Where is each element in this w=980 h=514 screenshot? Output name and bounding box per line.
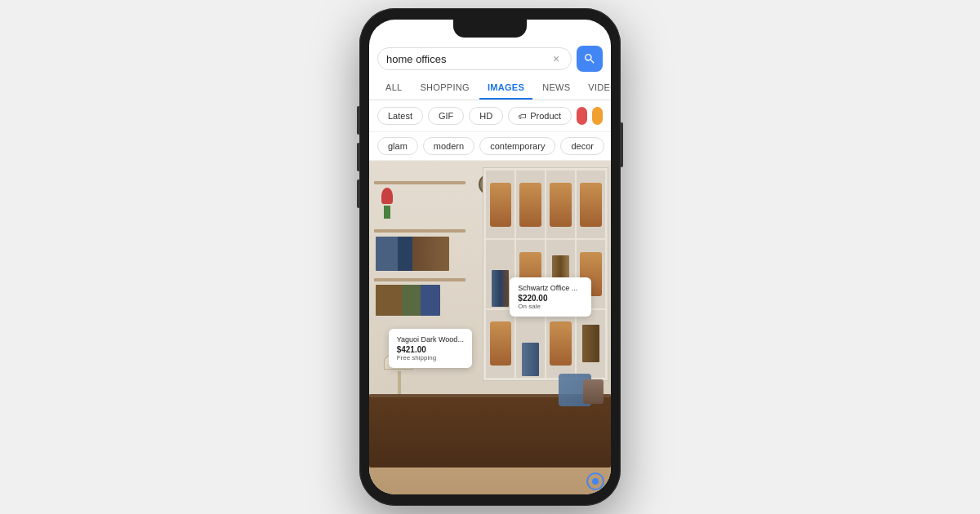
power-button[interactable] <box>620 122 623 167</box>
volume-up-button[interactable] <box>357 106 360 135</box>
page-background: home offices × ALL SHOPPING IMAGES NEWS <box>0 0 980 514</box>
filter-color-orange[interactable] <box>592 107 603 125</box>
phone-notch <box>453 20 527 38</box>
nav-tabs: ALL SHOPPING IMAGES NEWS VIDEOS <box>369 77 611 100</box>
product-popup-yaguoi[interactable]: Yaguoi Dark Wood... $421.00 Free shippin… <box>389 329 472 368</box>
filter-latest[interactable]: Latest <box>377 107 423 125</box>
filter-color-red[interactable] <box>577 107 587 125</box>
filter-decor[interactable]: decor <box>560 137 604 155</box>
mute-button[interactable] <box>357 179 360 208</box>
filter-product-label: Product <box>530 111 561 121</box>
search-submit-button[interactable] <box>577 46 603 72</box>
filter-contemporary[interactable]: contemporary <box>479 137 555 155</box>
filter-product[interactable]: 🏷 Product <box>508 107 572 125</box>
screen-content: home offices × ALL SHOPPING IMAGES NEWS <box>369 20 611 494</box>
search-query-text: home offices <box>386 53 550 65</box>
filter-gif[interactable]: GIF <box>428 107 464 125</box>
filter-modern[interactable]: modern <box>423 137 474 155</box>
search-bar-row: home offices × <box>369 39 611 77</box>
phone-screen: home offices × ALL SHOPPING IMAGES NEWS <box>369 20 611 494</box>
popup-schwartz-title: Schwartz Office ... <box>518 284 583 292</box>
svg-point-1 <box>592 478 599 485</box>
clear-search-button[interactable]: × <box>550 52 563 65</box>
popup-yaguoi-price: $421.00 <box>397 345 464 354</box>
plant-decoration <box>376 188 399 217</box>
search-input-box[interactable]: home offices × <box>377 47 572 70</box>
tab-images[interactable]: IMAGES <box>479 77 532 100</box>
filter-row-1: Latest GIF HD 🏷 Product <box>369 100 611 132</box>
volume-down-button[interactable] <box>357 143 360 171</box>
phone-wrapper: home offices × ALL SHOPPING IMAGES NEWS <box>359 8 621 506</box>
desk-table <box>369 394 611 467</box>
tab-news[interactable]: NEWS <box>534 77 578 100</box>
product-tag-icon: 🏷 <box>519 112 527 121</box>
popup-schwartz-price: $220.00 <box>518 294 583 303</box>
tab-all[interactable]: ALL <box>377 77 410 100</box>
search-icon <box>583 52 596 65</box>
room-scene: Schwartz Office ... $220.00 On sale Yagu… <box>369 161 611 494</box>
filter-glam[interactable]: glam <box>377 137 418 155</box>
popup-schwartz-sub: On sale <box>518 303 583 310</box>
filter-hd[interactable]: HD <box>469 107 503 125</box>
image-area[interactable]: Schwartz Office ... $220.00 On sale Yagu… <box>369 161 611 494</box>
desk-item-objects <box>583 379 604 404</box>
tab-shopping[interactable]: SHOPPING <box>412 77 477 100</box>
google-lens-icon[interactable] <box>586 472 604 490</box>
tab-videos[interactable]: VIDEOS <box>580 77 611 100</box>
cubby-shelf-unit <box>483 167 608 381</box>
popup-yaguoi-title: Yaguoi Dark Wood... <box>397 335 464 343</box>
filter-row-2: glam modern contemporary decor <box>369 132 611 161</box>
popup-yaguoi-sub: Free shipping <box>397 354 464 361</box>
product-popup-schwartz[interactable]: Schwartz Office ... $220.00 On sale <box>510 277 591 317</box>
